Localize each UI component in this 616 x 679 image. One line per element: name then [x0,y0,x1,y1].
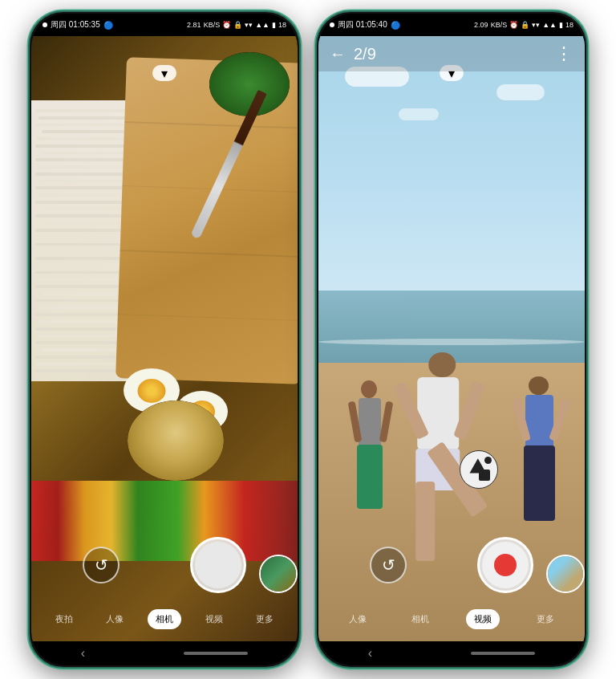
wifi-icon-right: ▾▾ [532,21,540,29]
last-photo-thumbnail-right[interactable] [546,555,585,593]
signal-unit-right: KB/S [491,21,508,29]
shutter-inner [195,542,241,588]
status-right-content: 2.09 KB/S ⏰ 🔒 ▾▾ ▲▲ ▮ 18 [474,21,573,29]
status-dot [43,22,47,27]
alarm-icon: ⏰ [222,21,231,29]
video-shutter-inner [482,542,529,588]
signal-bars: ▲▲ [255,21,270,29]
status-bar-right: 周四 01:05:40 🔵 2.09 KB/S ⏰ 🔒 ▾▾ ▲▲ ▮ 18 [318,14,585,36]
battery-level: 18 [278,21,286,29]
mode-camera-left[interactable]: 相机 [148,609,181,629]
cloud-2 [496,84,545,100]
wifi-icon: ▾▾ [245,21,253,29]
battery-icon-right: ▮ [559,21,563,29]
camera-view-left: ▾ ↺ 夜拍 人像 [31,36,298,641]
phone-left: 周四 01:05:35 🔵 2.81 KB/S ⏰ 🔒 ▾▾ ▲▲ ▮ 18 [28,10,301,669]
flip-icon-right: ↺ [382,555,395,575]
mode-camera-right[interactable]: 相机 [403,609,437,629]
mode-more-left[interactable]: 更多 [248,609,282,629]
status-right-content: 2.81 KB/S ⏰ 🔒 ▾▾ ▲▲ ▮ 18 [187,21,286,29]
video-shutter-button[interactable] [477,537,533,593]
camera-controls-right: ↺ [318,537,585,593]
shutter-button[interactable] [190,537,246,593]
camera-view-right: ▾ ↺ [318,36,585,641]
signal-bars-right: ▲▲ [542,21,557,29]
camera-controls-left: ↺ [31,537,298,593]
phone-right: 周四 01:05:40 🔵 2.09 KB/S ⏰ 🔒 ▾▾ ▲▲ ▮ 18 ←… [315,10,588,669]
mode-more-right[interactable]: 更多 [529,609,562,629]
nav-back-left[interactable]: ‹ [81,646,85,661]
gallery-title: 2/9 [354,45,555,63]
battery-level-right: 18 [565,21,573,29]
nav-bar-left: ‹ [31,641,298,665]
wave [318,339,585,345]
status-icon-signal: 🔵 [103,21,113,30]
lock-icon-right: 🔒 [521,21,529,29]
status-right-left-content: 周四 01:05:40 🔵 [330,19,400,30]
dropdown-arrow-left[interactable]: ▾ [152,65,176,81]
battery-icon: ▮ [272,21,276,29]
soccer-ball [460,450,498,489]
nav-bar-right: ‹ [318,641,585,665]
mode-video-right[interactable]: 视频 [466,609,500,629]
status-time: 周四 01:05:35 [51,19,100,30]
cloud-3 [399,108,439,120]
alarm-icon-right: ⏰ [509,21,518,29]
mode-bar-right: 人像 相机 视频 更多 [318,609,585,629]
mode-video-left[interactable]: 视频 [197,609,231,629]
nav-back-right[interactable]: ‹ [368,646,372,661]
thumb-image-right [548,556,583,592]
thumb-image [261,556,296,592]
mode-bar-left: 夜拍 人像 相机 视频 更多 [31,609,298,629]
last-photo-thumbnail[interactable] [259,555,298,593]
status-bar-left: 周四 01:05:35 🔵 2.81 KB/S ⏰ 🔒 ▾▾ ▲▲ ▮ 18 [31,14,298,36]
person-right [517,376,565,521]
flip-camera-button-right[interactable]: ↺ [370,547,407,583]
record-indicator [494,554,517,576]
mode-portrait-left[interactable]: 人像 [98,609,132,629]
lock-icon: 🔒 [233,21,242,29]
flip-camera-button[interactable]: ↺ [83,547,120,583]
signal-unit: KB/S [204,21,221,29]
flip-icon: ↺ [95,555,108,575]
status-icon-right: 🔵 [391,21,400,30]
grain-bowl [128,400,224,481]
gallery-header: ← 2/9 ⋮ [318,36,585,71]
back-button[interactable]: ← [330,45,346,63]
nav-indicator-right [471,652,535,655]
mode-night-sight[interactable]: 夜拍 [47,609,81,629]
more-options-button[interactable]: ⋮ [555,43,573,64]
status-time-right: 周四 01:05:40 [338,19,387,30]
nav-indicator-left [184,652,248,655]
signal-strength-right: 2.09 [474,21,488,29]
signal-strength: 2.81 [187,21,201,29]
status-dot-right [330,22,334,27]
status-left-content: 周四 01:05:35 🔵 [43,19,113,30]
person-left [351,380,391,509]
chevron-down-icon-left: ▾ [161,66,168,81]
mode-portrait-right[interactable]: 人像 [341,609,375,629]
